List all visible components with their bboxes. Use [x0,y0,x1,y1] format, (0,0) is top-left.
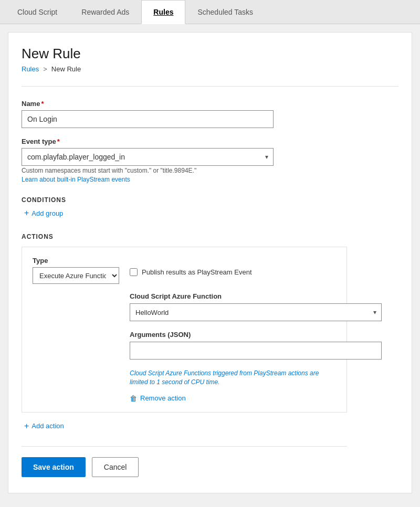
name-required-star: * [41,100,44,108]
breadcrumb-current: New Rule [51,65,81,73]
add-group-label: Add group [32,209,63,217]
breadcrumb-parent-link[interactable]: Rules [22,65,39,73]
type-select[interactable]: Execute Azure FunctionExecute Cloud Scri… [33,267,119,284]
args-input[interactable] [130,342,382,360]
publish-row: Publish results as PlayStream Event [130,268,252,276]
actions-header: ACTIONS [22,233,347,240]
action-card: Type Execute Azure FunctionExecute Cloud… [22,247,347,413]
event-type-label: Event type* [22,138,347,145]
tab-bar: Cloud Script Rewarded Ads Rules Schedule… [0,0,420,24]
event-type-select[interactable]: com.playfab.player_logged_in [22,148,274,166]
event-type-field-group: Event type* com.playfab.player_logged_in… [22,138,347,183]
add-action-label: Add action [32,422,64,430]
tab-scheduled-tasks[interactable]: Scheduled Tasks [185,0,265,24]
conditions-header: CONDITIONS [22,196,347,204]
bottom-buttons: Save action Cancel [22,446,347,477]
trash-icon: 🗑 [130,394,137,403]
actions-section: ACTIONS Type Execute Azure FunctionExecu… [22,233,347,430]
tab-rewarded-ads[interactable]: Rewarded Ads [69,0,141,24]
event-type-required-star: * [57,138,60,145]
cloud-script-label: Cloud Script Azure Function [130,292,336,300]
event-type-select-wrapper: com.playfab.player_logged_in ▾ [22,148,274,166]
args-label: Arguments (JSON) [130,331,336,339]
args-field-group: Arguments (JSON) [130,331,336,360]
cpu-hint: Cloud Script Azure Functions triggered f… [130,369,336,387]
plus-icon: + [24,209,29,217]
publish-checkbox[interactable] [130,268,138,276]
tab-rules[interactable]: Rules [141,0,185,24]
type-group: Type Execute Azure FunctionExecute Cloud… [33,257,119,284]
name-label: Name* [22,100,347,108]
breadcrumb-separator: > [43,65,47,73]
add-group-button[interactable]: + Add group [24,209,63,217]
main-content: New Rule Rules > New Rule Name* Event ty… [8,32,412,493]
name-field-group: Name* [22,100,347,128]
add-action-plus-icon: + [24,422,29,430]
action-detail-group: Cloud Script Azure Function HelloWorld ▾… [130,292,336,403]
remove-action-label: Remove action [140,394,186,402]
remove-action-button[interactable]: 🗑 Remove action [130,394,186,403]
name-input[interactable] [22,110,274,128]
action-type-row: Type Execute Azure FunctionExecute Cloud… [33,257,336,284]
cancel-button[interactable]: Cancel [92,457,139,477]
cloud-script-select-wrapper: HelloWorld ▾ [130,303,382,321]
save-button[interactable]: Save action [22,457,86,477]
breadcrumb: Rules > New Rule [22,65,398,73]
learn-more-link[interactable]: Learn about built-in PlayStream events [22,176,347,183]
form-section: Name* Event type* com.playfab.player_log… [22,100,347,477]
cloud-script-select[interactable]: HelloWorld [130,303,382,321]
event-type-hint: Custom namespaces must start with "custo… [22,167,196,174]
divider [22,86,398,87]
type-label: Type [33,257,119,265]
publish-label: Publish results as PlayStream Event [142,268,252,276]
add-action-button[interactable]: + Add action [24,422,64,430]
cloud-script-field-group: Cloud Script Azure Function HelloWorld ▾ [130,292,336,321]
tab-cloud-script[interactable]: Cloud Script [5,0,69,24]
page-title: New Rule [22,46,398,62]
